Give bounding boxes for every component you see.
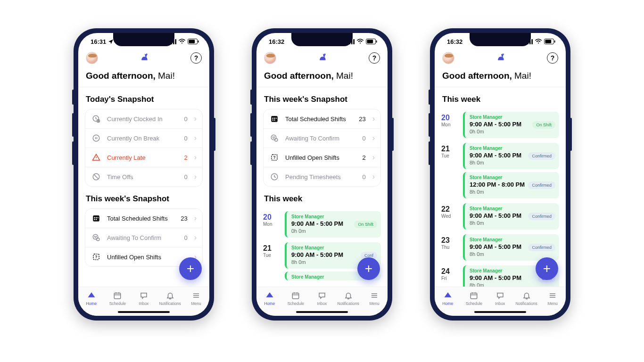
day-number: 20: [263, 213, 280, 222]
svg-text:?: ?: [273, 156, 275, 160]
shift-duration: 0h 0m: [470, 129, 555, 134]
greeting: Good afternoon, Mai!: [78, 68, 209, 87]
snapshot-row-value: 2: [362, 154, 365, 161]
tab-menu[interactable]: Menu: [362, 291, 387, 306]
svg-point-21: [94, 236, 95, 237]
snapshot-row-label: Unfilled Open Shifts: [107, 254, 182, 261]
avatar[interactable]: [86, 52, 98, 64]
snapshot-row[interactable]: Currently On Break0›: [85, 129, 202, 148]
face-icon: [91, 233, 101, 242]
tab-notifications[interactable]: Notifications: [336, 291, 361, 306]
home-indicator[interactable]: [296, 311, 348, 313]
today-snapshot-title: Today's Snapshot: [78, 87, 209, 109]
avatar[interactable]: [442, 52, 454, 64]
snapshot-row-label: Unfilled Open Shifts: [285, 154, 356, 161]
shift-card[interactable]: Store Manager9:00 AM - 5:00 PM0h 0mOn Sh…: [285, 211, 381, 238]
day-name: Fri: [441, 276, 458, 281]
add-button[interactable]: +: [357, 257, 380, 280]
shift-card[interactable]: Store Manager12:00 PM - 8:00 PM8h 0mConf…: [463, 172, 559, 198]
snapshot-row[interactable]: Total Scheduled Shifts23›: [85, 209, 202, 228]
snapshot-row[interactable]: Awaiting To Confirm0›: [85, 228, 202, 247]
tab-schedule[interactable]: Schedule: [283, 291, 308, 306]
help-button[interactable]: ?: [547, 52, 558, 64]
snapshot-row[interactable]: Awaiting To Confirm0›: [264, 129, 380, 148]
shift-role: Store Manager: [470, 237, 555, 242]
content-area[interactable]: Today's Snapshot Currently Clocked In0›C…: [78, 87, 209, 287]
svg-rect-19: [96, 219, 97, 220]
day-number: 20: [441, 114, 458, 122]
tab-inbox[interactable]: Inbox: [487, 291, 513, 306]
svg-rect-39: [276, 118, 277, 119]
shift-card[interactable]: Store Manager9:00 AM - 5:00 PM8h 0mConfi…: [463, 234, 559, 261]
pause-icon: [91, 134, 101, 142]
svg-point-8: [146, 54, 147, 55]
add-button[interactable]: +: [536, 257, 558, 280]
shift-card[interactable]: Store Manager9:00 AM - 5:00 PM8h 0mConfi…: [463, 143, 559, 169]
day-name: Thu: [441, 245, 458, 250]
tab-home[interactable]: Home: [257, 291, 282, 306]
home-indicator[interactable]: [474, 311, 526, 313]
shift-status-badge: Confirmed: [528, 152, 555, 160]
svg-rect-7: [198, 41, 199, 43]
snapshot-row-value: 0: [184, 135, 187, 142]
snapshot-row[interactable]: Time Offs0›: [85, 167, 202, 186]
svg-rect-33: [367, 40, 373, 43]
svg-point-22: [96, 236, 96, 237]
tab-notifications[interactable]: Notifications: [514, 291, 539, 306]
clock-user-icon: [91, 115, 101, 123]
tab-home[interactable]: Home: [435, 291, 461, 306]
svg-rect-49: [293, 293, 299, 299]
shift-card[interactable]: Store Manager9:00 AM - 5:00 PM8h 0mConfi…: [463, 203, 559, 230]
tab-schedule[interactable]: Schedule: [461, 291, 487, 306]
svg-rect-6: [189, 40, 195, 43]
help-button[interactable]: ?: [190, 52, 202, 64]
status-time: 16:31: [91, 38, 106, 45]
shift-role: Store Manager: [470, 206, 555, 211]
shift-duration: 8h 0m: [470, 160, 555, 165]
tab-menu[interactable]: Menu: [183, 291, 209, 306]
help-button[interactable]: ?: [369, 52, 380, 64]
content-area[interactable]: This week 20MonStore Manager9:00 AM - 5:…: [435, 87, 566, 287]
add-button[interactable]: +: [179, 257, 202, 280]
day-number: 24: [441, 267, 458, 276]
content-area[interactable]: This week's Snapshot Total Scheduled Shi…: [256, 87, 388, 287]
day-number: 23: [441, 236, 458, 245]
day-block: 20MonStore Manager9:00 AM - 5:00 PM0h 0m…: [435, 109, 566, 140]
svg-rect-15: [94, 217, 95, 218]
chevron-right-icon: ›: [372, 153, 375, 162]
battery-icon: [366, 39, 377, 44]
svg-rect-37: [272, 118, 273, 119]
calendar-icon: [269, 115, 280, 123]
snapshot-row-value: 0: [184, 173, 187, 181]
shift-role: Store Manager: [470, 146, 555, 151]
open-icon: ?: [91, 253, 101, 261]
shift-status-badge: Confirmed: [528, 181, 555, 189]
tab-menu[interactable]: Menu: [540, 291, 565, 306]
snapshot-row[interactable]: ?Unfilled Open Shifts2›: [264, 148, 380, 167]
snapshot-row[interactable]: Currently Late2›: [85, 148, 202, 167]
snapshot-row[interactable]: Currently Clocked In0›: [85, 109, 202, 129]
shift-status-badge: On Shift: [532, 121, 555, 129]
tab-inbox[interactable]: Inbox: [309, 291, 335, 306]
day-block: 22WedStore Manager9:00 AM - 5:00 PM8h 0m…: [435, 200, 566, 231]
tab-notifications[interactable]: Notifications: [157, 291, 183, 306]
home-indicator[interactable]: [118, 311, 170, 313]
alert-icon: [91, 153, 101, 162]
snapshot-row-label: Awaiting To Confirm: [285, 135, 356, 142]
day-column: 20Mon: [263, 211, 280, 238]
tab-schedule[interactable]: Schedule: [105, 291, 130, 306]
snapshot-row[interactable]: Pending Timesheets0›: [264, 167, 380, 186]
svg-rect-17: [98, 217, 99, 218]
week-snapshot-title: This week's Snapshot: [256, 87, 388, 109]
tab-inbox[interactable]: Inbox: [131, 291, 157, 306]
snapshot-row-label: Currently Late: [107, 154, 178, 161]
chevron-right-icon: ›: [194, 134, 197, 142]
svg-rect-26: [115, 293, 121, 299]
snapshot-row-label: Pending Timesheets: [285, 173, 356, 181]
tab-home[interactable]: Home: [79, 291, 104, 306]
avatar[interactable]: [264, 52, 276, 64]
day-column: 23Thu: [441, 234, 458, 261]
shift-duration: 8h 0m: [470, 282, 555, 287]
snapshot-row[interactable]: Total Scheduled Shifts23›: [264, 109, 380, 129]
shift-card[interactable]: Store Manager9:00 AM - 5:00 PM0h 0mOn Sh…: [463, 112, 559, 138]
